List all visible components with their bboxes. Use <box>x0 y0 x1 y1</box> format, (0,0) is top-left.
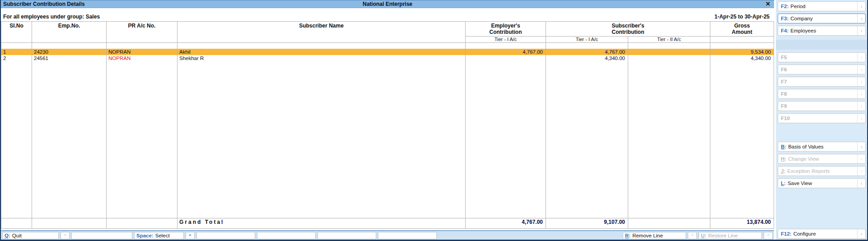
header-subscriber-name: Subscriber Name <box>177 22 466 37</box>
period-label: 1-Apr-25 to 30-Apr-25 <box>714 14 770 20</box>
blank-row <box>1 43 774 49</box>
toolbar-empty-slot <box>196 232 255 239</box>
sidebar-item-period[interactable]: F2:Period ‹ <box>778 1 866 11</box>
grand-total-label: Grand Total <box>177 218 466 226</box>
chevron-left-icon: ‹ <box>857 89 865 98</box>
sidebar-item-exception-reports: J:Exception Reports ‹ <box>778 166 866 176</box>
sidebar-item-basis-of-values[interactable]: B:Basis of Values ‹ <box>778 142 866 152</box>
toolbar-empty-slot <box>257 232 316 239</box>
empty-table-body <box>1 61 774 218</box>
contribution-table: Sl.No Emp.No. PR A/c No. Subscriber Name… <box>1 21 774 229</box>
sidebar-item-employees[interactable]: F4:Employees ‹ <box>778 26 866 36</box>
chevron-left-icon: ‹ <box>857 26 865 35</box>
chevron-left-icon: ‹ <box>857 53 865 62</box>
cell-employer-tier1: 4,767.00 <box>466 49 546 55</box>
caret-up-icon: ^ <box>189 233 191 238</box>
sidebar-item-f9: F9 ‹ <box>778 101 866 111</box>
grand-total-gross-amount: 13,874.00 <box>710 218 774 226</box>
cell-pr-ac-no: NOPRAN <box>107 55 177 61</box>
chevron-left-icon: ‹ <box>857 65 865 74</box>
chevron-left-icon: ‹ <box>857 77 865 86</box>
sidebar-item-company[interactable]: F3:Company ‹ <box>778 14 866 23</box>
chevron-left-icon: ‹ <box>857 154 865 163</box>
title-bar: Subscriber Contribution Details National… <box>1 0 774 8</box>
toolbar-empty-slot <box>71 232 132 239</box>
caret-up-icon: ^ <box>691 233 693 238</box>
report-area: Subscriber Contribution Details National… <box>1 0 774 240</box>
report-title: Subscriber Contribution Details <box>3 1 363 7</box>
table-row[interactable]: 2 24561 NOPRAN Shekhar R 4,340.00 4,340.… <box>1 55 774 61</box>
sidebar-item-f7: F7 ‹ <box>778 77 866 87</box>
select-button[interactable]: Space:Select <box>134 232 184 239</box>
chevron-left-icon: ‹ <box>857 167 865 176</box>
cell-sl-no: 1 <box>1 49 32 55</box>
subheader-subscriber-tier1: Tier - I A/c <box>546 37 628 42</box>
header-gross-amount: Gross Amount <box>710 22 774 37</box>
cell-subscriber-tier2 <box>628 49 710 55</box>
restore-line-button: U:Restore Line <box>699 232 762 239</box>
sidebar-item-configure[interactable]: F12:Configure ‹ <box>778 229 866 239</box>
button-sidebar: F2:Period ‹ F3:Company ‹ F4:Employees ‹ … <box>776 0 867 240</box>
table-row[interactable]: 1 24230 NOPRAN Akhil 4,767.00 4,767.00 9… <box>1 49 774 55</box>
grand-total-subscriber-tier1: 9,107.00 <box>546 218 628 226</box>
sidebar-item-f5: F5 ‹ <box>778 52 866 62</box>
sidebar-item-change-view: H:Change View ‹ <box>778 154 866 164</box>
restore-line-expand-button: ^ <box>764 232 773 239</box>
tally-window: Subscriber Contribution Details National… <box>0 0 868 241</box>
table-footer-strip <box>1 226 774 228</box>
chevron-left-icon: ‹ <box>857 229 865 238</box>
chevron-left-icon: ‹ <box>857 14 865 23</box>
cell-subscriber-name: Shekhar R <box>177 55 466 61</box>
caret-up-icon: ^ <box>64 233 66 238</box>
grand-total-row: Grand Total 4,767.00 9,107.00 13,874.00 <box>1 218 774 226</box>
close-icon[interactable]: ✕ <box>764 1 772 7</box>
header-pr-ac-no: PR A/c No. <box>107 22 177 37</box>
grand-total-employer-tier1: 4,767.00 <box>466 218 546 226</box>
cell-subscriber-tier1: 4,340.00 <box>546 55 628 61</box>
chevron-left-icon: ‹ <box>857 114 865 123</box>
group-scope-label: For all employees under group: Sales <box>3 14 100 20</box>
sidebar-item-f10: F10 ‹ <box>778 113 866 123</box>
toolbar-empty-slot <box>317 232 376 239</box>
remove-line-button[interactable]: R:Remove Line <box>623 232 686 239</box>
cell-emp-no: 24230 <box>32 49 107 55</box>
table-subheader-row: Tier - I A/c Tier - I A/c Tier - II A/c <box>1 37 774 43</box>
quit-expand-button[interactable]: ^ <box>61 232 70 239</box>
info-line: For all employees under group: Sales 1-A… <box>1 13 774 20</box>
company-name: National Enterprise <box>363 1 412 7</box>
subheader-subscriber-tier2: Tier - II A/c <box>628 37 710 42</box>
select-expand-button[interactable]: ^ <box>186 232 195 239</box>
cell-subscriber-name: Akhil <box>177 49 466 55</box>
caret-up-icon: ^ <box>767 233 769 238</box>
sidebar-item-f6: F6 ‹ <box>778 65 866 74</box>
cell-subscriber-tier1: 4,767.00 <box>546 49 628 55</box>
cell-pr-ac-no: NOPRAN <box>107 49 177 55</box>
header-sl-no: Sl.No <box>1 22 32 37</box>
cell-gross-amount: 9,534.00 <box>710 49 774 55</box>
header-subscriber-contribution: Subscriber's Contribution <box>546 22 710 37</box>
remove-line-expand-button[interactable]: ^ <box>688 232 697 239</box>
sidebar-section-divider <box>776 40 867 50</box>
cell-sl-no: 2 <box>1 55 32 61</box>
header-emp-no: Emp.No. <box>32 22 107 37</box>
sidebar-item-save-view[interactable]: L:Save View ‹ <box>778 178 866 188</box>
sidebar-item-f8: F8 ‹ <box>778 89 866 99</box>
header-employer-contribution: Employer's Contribution <box>466 22 546 37</box>
subheader-employer-tier1: Tier - I A/c <box>466 37 546 42</box>
cell-employer-tier1 <box>466 55 546 61</box>
toolbar-empty-slot <box>378 232 437 239</box>
chevron-left-icon: ‹ <box>857 2 865 11</box>
chevron-left-icon: ‹ <box>857 179 865 188</box>
grand-total-subscriber-tier2 <box>628 218 710 226</box>
chevron-left-icon: ‹ <box>857 142 865 151</box>
quit-button[interactable]: Q:Quit <box>2 232 59 239</box>
table-header-row: Sl.No Emp.No. PR A/c No. Subscriber Name… <box>1 22 774 37</box>
cell-gross-amount: 4,340.00 <box>710 55 774 61</box>
cell-subscriber-tier2 <box>628 55 710 61</box>
cell-emp-no: 24561 <box>32 55 107 61</box>
chevron-left-icon: ‹ <box>857 102 865 111</box>
bottom-toolbar: Q:Quit ^ Space:Select ^ R:Remove Line ^ … <box>1 230 774 240</box>
